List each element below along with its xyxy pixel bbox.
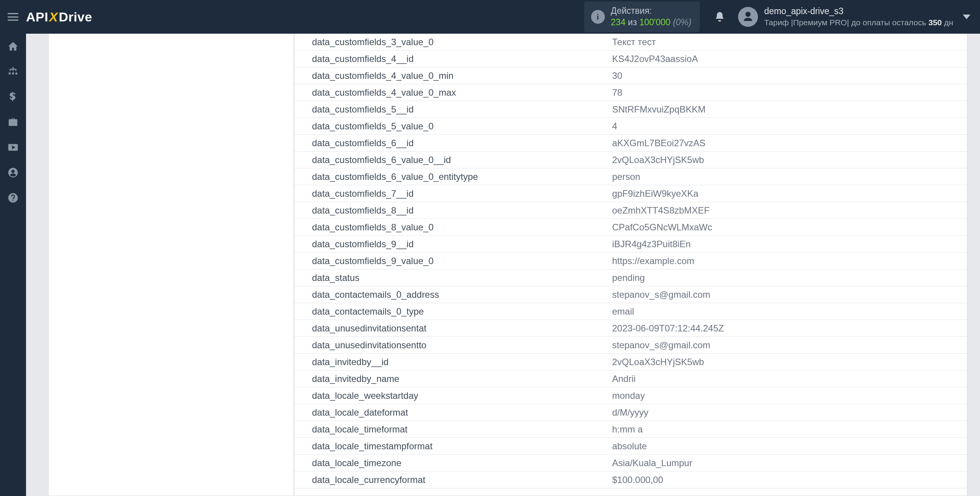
actions-text: Действия: 234 из 100'000 (0%) — [611, 5, 692, 28]
data-key: data_unusedinvitationsentat — [294, 323, 612, 334]
actions-pct: (0%) — [670, 17, 691, 27]
briefcase-icon — [7, 116, 19, 128]
data-row: data_customfields_6__idaKXGmL7BEoi27vzAS — [294, 135, 967, 152]
hamburger-icon — [8, 13, 18, 21]
youtube-icon — [7, 142, 19, 153]
data-key: data_locale_dateformat — [294, 407, 612, 418]
actions-stats: 234 из 100'000 (0%) — [611, 17, 692, 28]
data-row: data_invitedby_nameAndrii — [294, 370, 967, 387]
data-value: iBJR4g4z3Puit8iEn — [612, 239, 967, 250]
data-key: data_invitedby__id — [294, 357, 612, 367]
data-value: 4 — [612, 121, 967, 132]
data-value: gpF9izhEiW9kyeXKa — [612, 188, 967, 199]
data-value: d/M/yyyy — [612, 407, 967, 418]
data-row: data_locale_timezoneAsia/Kuala_Lumpur — [294, 455, 967, 472]
data-value: h:mm a — [612, 424, 967, 435]
data-row: data_customfields_3_value_0Текст тест — [294, 34, 967, 51]
tariff-days: 350 — [928, 18, 942, 27]
data-row: data_locale_weekstartdaymonday — [294, 387, 967, 404]
data-row: data_customfields_5_value_04 — [294, 118, 967, 135]
data-row: data_locale_currencyformat$100.000,00 — [294, 472, 967, 488]
data-value: pending — [612, 272, 967, 283]
data-value: Asia/Kuala_Lumpur — [612, 458, 967, 468]
data-row: data_contactemails_0_typeemail — [294, 303, 967, 320]
data-value: KS4J2ovP43aassioA — [612, 54, 967, 64]
avatar[interactable] — [738, 7, 758, 27]
data-value: person — [612, 171, 967, 182]
data-row: data_locale_timestampformatabsolute — [294, 438, 967, 455]
actions-used: 234 — [611, 17, 626, 27]
data-key: data_customfields_9_value_0 — [294, 256, 612, 266]
user-info[interactable]: demo_apix-drive_s3 Тариф |Премиум PRO| д… — [764, 5, 953, 28]
data-key: data_status — [294, 272, 612, 283]
data-value: CPafCo5GNcWLMxaWc — [612, 222, 967, 233]
logo-text-api: API — [26, 10, 48, 24]
data-panel: data_customfields_3_value_0Текст тестdat… — [294, 34, 967, 496]
data-key: data_contactemails_0_type — [294, 306, 612, 317]
user-menu-toggle[interactable] — [953, 15, 980, 19]
notifications-button[interactable] — [709, 11, 730, 23]
data-value: 2023-06-09T07:12:44.245Z — [612, 323, 967, 334]
sidebar-item-billing[interactable] — [0, 84, 26, 109]
actions-counter[interactable]: i Действия: 234 из 100'000 (0%) — [584, 2, 700, 32]
sidebar-item-home[interactable] — [0, 34, 26, 59]
data-value: SNtRFMxvuiZpqBKKM — [612, 104, 967, 115]
bell-icon — [714, 11, 725, 23]
actions-of: из — [626, 17, 639, 27]
data-row: data_locale_dateformatd/M/yyyy — [294, 404, 967, 421]
data-key: data_invitedby_name — [294, 374, 612, 384]
data-key: data_customfields_4_value_0_max — [294, 87, 612, 98]
logo-text-x: X — [48, 10, 59, 24]
data-key: data_customfields_8_value_0 — [294, 222, 612, 233]
data-value: absolute — [612, 441, 967, 452]
menu-button[interactable] — [0, 0, 26, 34]
user-tariff: Тариф |Премиум PRO| до оплаты осталось 3… — [764, 17, 953, 28]
data-key: data_customfields_4__id — [294, 54, 612, 64]
sidebar-item-video[interactable] — [0, 135, 26, 160]
header: APIXDrive i Действия: 234 из 100'000 (0%… — [0, 0, 980, 34]
data-row: data_customfields_4_value_0_max78 — [294, 84, 967, 101]
data-key: data_customfields_6_value_0__id — [294, 155, 612, 165]
sidebar-item-connections[interactable] — [0, 59, 26, 84]
sidebar-item-help[interactable] — [0, 185, 26, 210]
logo-text-drive: Drive — [59, 10, 92, 24]
data-key: data_customfields_3_value_0 — [294, 37, 612, 47]
data-key: data_locale_timestampformat — [294, 441, 612, 452]
user-circle-icon — [7, 167, 19, 178]
data-value: oeZmhXTT4S8zbMXEF — [612, 205, 967, 216]
actions-label: Действия: — [611, 5, 692, 17]
sidebar-item-briefcase[interactable] — [0, 109, 26, 135]
data-row: data_invitedby__id2vQLoaX3cHYjSK5wb — [294, 354, 967, 370]
data-key: data_contactemails_0_address — [294, 289, 612, 300]
data-row: data_locale_timeformath:mm a — [294, 421, 967, 438]
data-row: data_customfields_4_value_0_min30 — [294, 67, 967, 84]
data-row: data_customfields_7__idgpF9izhEiW9kyeXKa — [294, 185, 967, 202]
data-row: data_statuspending — [294, 269, 967, 286]
data-row: data_customfields_4__idKS4J2ovP43aassioA — [294, 51, 967, 67]
tariff-name: Премиум PRO — [793, 18, 847, 27]
data-row: data_customfields_6_value_0__id2vQLoaX3c… — [294, 152, 967, 168]
data-key: data_unusedinvitationsentto — [294, 340, 612, 351]
data-key: data_locale_weekstartday — [294, 390, 612, 401]
data-value: Andrii — [612, 374, 967, 384]
data-value: $100.000,00 — [612, 475, 967, 485]
data-row: data_unusedinvitationsentat2023-06-09T07… — [294, 320, 967, 337]
data-key: data_customfields_7__id — [294, 188, 612, 199]
actions-total: 100'000 — [639, 17, 670, 27]
data-key: data_customfields_6_value_0_entitytype — [294, 171, 612, 182]
data-key: data_locale_currencyformat — [294, 475, 612, 485]
data-row: data_customfields_8_value_0CPafCo5GNcWLM… — [294, 219, 967, 236]
user-icon — [742, 11, 754, 23]
data-value: aKXGmL7BEoi27vzAS — [612, 138, 967, 148]
tariff-days-suffix: дн — [942, 18, 953, 27]
data-value: 2vQLoaX3cHYjSK5wb — [612, 357, 967, 367]
info-icon: i — [591, 10, 605, 24]
sidebar-item-account[interactable] — [0, 160, 26, 185]
data-row: data_customfields_8__idoeZmhXTT4S8zbMXEF — [294, 202, 967, 219]
logo[interactable]: APIXDrive — [26, 10, 92, 24]
data-key: data_customfields_9__id — [294, 239, 612, 250]
data-key: data_customfields_6__id — [294, 138, 612, 148]
data-value: stepanov_s@gmail.com — [612, 340, 967, 351]
data-row: data_customfields_5__idSNtRFMxvuiZpqBKKM — [294, 101, 967, 118]
sidebar — [0, 34, 26, 496]
